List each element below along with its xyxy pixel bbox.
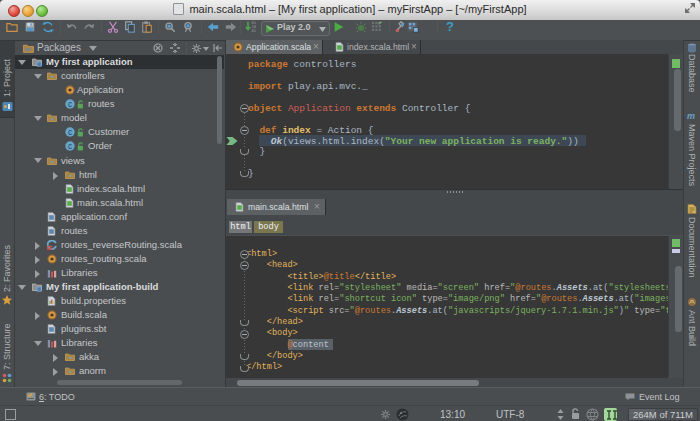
svg-text:01: 01 bbox=[251, 29, 256, 33]
